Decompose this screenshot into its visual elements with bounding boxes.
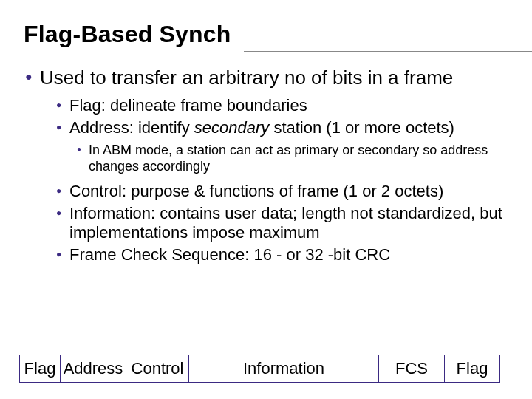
bullet-icon: ● xyxy=(25,66,40,89)
bullet-text: In ABM mode, a station can act as primar… xyxy=(89,142,508,174)
bullet-level2: ● Address: identify secondary station (1… xyxy=(56,118,508,137)
bullet-icon: ● xyxy=(56,245,69,265)
slide: Flag-Based Synch ● Used to transfer an a… xyxy=(0,0,532,399)
bullet-icon: ● xyxy=(56,182,69,201)
bullet-icon: ● xyxy=(56,204,69,242)
bullet-level2: ● Control: purpose & functions of frame … xyxy=(56,182,508,201)
bullet-level1: ● Used to transfer an arbitrary no of bi… xyxy=(25,66,508,89)
bullet-text: Information: contains user data; length … xyxy=(69,204,508,242)
text-fragment: Address: identify xyxy=(69,118,194,137)
frame-field-information: Information xyxy=(188,355,379,383)
slide-title: Flag-Based Synch xyxy=(24,21,508,48)
frame-field-fcs: FCS xyxy=(378,355,445,383)
bullet-icon: ● xyxy=(56,96,69,115)
bullet-text: Address: identify secondary station (1 o… xyxy=(69,118,454,137)
title-underline xyxy=(244,51,532,52)
bullet-level3: ● In ABM mode, a station can act as prim… xyxy=(77,142,508,174)
bullet-icon: ● xyxy=(56,118,69,137)
frame-structure-diagram: Flag Address Control Information FCS Fla… xyxy=(19,355,499,383)
frame-field-control: Control xyxy=(126,355,189,383)
sub-bullet-list: ● Flag: delineate frame boundaries ● Add… xyxy=(56,96,508,265)
bullet-level2: ● Frame Check Sequence: 16 - or 32 -bit … xyxy=(56,245,508,265)
bullet-level2: ● Information: contains user data; lengt… xyxy=(56,204,508,242)
bullet-text: Flag: delineate frame boundaries xyxy=(69,96,307,115)
emphasis: secondary xyxy=(194,118,270,137)
bullet-icon: ● xyxy=(77,142,89,174)
bullet-list: ● Used to transfer an arbitrary no of bi… xyxy=(24,66,508,89)
frame-field-address: Address xyxy=(60,355,126,383)
text-fragment: station (1 or more octets) xyxy=(269,118,454,137)
bullet-text: Frame Check Sequence: 16 - or 32 -bit CR… xyxy=(69,245,390,265)
frame-field-flag: Flag xyxy=(19,355,61,383)
bullet-level2: ● Flag: delineate frame boundaries xyxy=(56,96,508,115)
bullet-text: Control: purpose & functions of frame (1… xyxy=(69,182,443,201)
frame-field-flag-end: Flag xyxy=(444,355,500,383)
bullet-text: Used to transfer an arbitrary no of bits… xyxy=(40,66,453,89)
